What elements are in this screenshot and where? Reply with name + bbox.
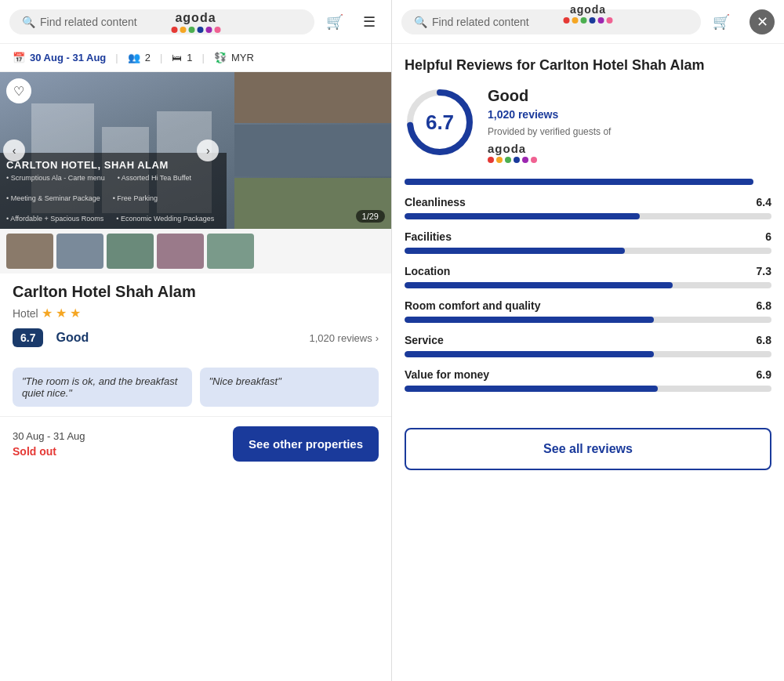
- score-number: 6.7: [426, 110, 454, 135]
- bar-fill-1: [405, 248, 625, 254]
- bar-fill-4: [405, 351, 654, 357]
- star-2: ★: [56, 306, 67, 321]
- close-button[interactable]: ✕: [750, 9, 775, 34]
- rating-item-3: Room comfort and quality 6.8: [405, 299, 771, 323]
- bar-fill-0: [405, 213, 640, 219]
- left-search-text: Find related content: [40, 16, 137, 28]
- hotel-image-area: CARLTON HOTEL, SHAH ALAM • Scrumptious A…: [0, 72, 391, 229]
- hotel-info: Carlton Hotel Shah Alam Hotel ★ ★ ★ 6.7 …: [0, 273, 391, 368]
- review-text-1: "The room is ok, and the breakfast quiet…: [22, 375, 177, 399]
- hotel-image-grid: [234, 72, 391, 229]
- review-card-1: "The room is ok, and the breakfast quiet…: [13, 368, 192, 407]
- bar-track-0: [405, 213, 771, 219]
- date-range-text: 30 Aug - 31 Aug: [30, 52, 106, 63]
- hotel-name: Carlton Hotel Shah Alam: [13, 283, 379, 301]
- agoda-verified-dots: [488, 157, 771, 163]
- score-block: 6.7 Good 1,020 reviews Provided by verif…: [405, 87, 771, 163]
- date-range-item[interactable]: 📅 30 Aug - 31 Aug: [13, 52, 106, 63]
- bar-fill-3: [405, 317, 654, 323]
- score-circle: 6.7: [405, 87, 475, 158]
- see-other-properties-button[interactable]: See other properties: [233, 426, 379, 462]
- bar-track-1: [405, 248, 771, 254]
- bar-fill-2: [405, 282, 673, 288]
- image-nav-left[interactable]: ‹: [3, 139, 25, 161]
- separator-3: |: [202, 52, 205, 63]
- rating-label: Good: [56, 331, 89, 345]
- thumb-small-1[interactable]: [6, 234, 53, 269]
- score-info: Good 1,020 reviews Provided by verified …: [488, 87, 771, 163]
- reviews-section: Helpful Reviews for Carlton Hotel Shah A…: [392, 44, 784, 415]
- right-header-icons: 🛒 ✕: [709, 9, 775, 34]
- rating-badge: 6.7: [13, 328, 43, 347]
- hotel-thumb-1: [234, 72, 391, 123]
- agoda-verified-logo: agoda: [488, 142, 771, 163]
- hotel-features: • Scrumptious Ala - Carte menu • Assorte…: [6, 174, 220, 223]
- date-filter-bar: 📅 30 Aug - 31 Aug | 👥 2 | 🛏 1 | 💱 MYR: [0, 44, 391, 72]
- rating-label-4: Service: [405, 334, 444, 346]
- bar-track-3: [405, 317, 771, 323]
- right-search-bar[interactable]: 🔍 Find related content: [401, 9, 701, 34]
- right-reviews-count[interactable]: 1,020 reviews: [488, 108, 771, 121]
- bottom-date-sold: 30 Aug - 31 Aug Sold out: [13, 430, 85, 458]
- right-agoda-dots: [564, 17, 613, 24]
- rating-item-5: Value for money 6.9: [405, 368, 771, 392]
- bar-track-5: [405, 386, 771, 392]
- thumb-small-4[interactable]: [157, 234, 204, 269]
- review-cards: "The room is ok, and the breakfast quiet…: [0, 368, 391, 416]
- hotel-type-label: Hotel: [13, 307, 38, 320]
- bar-track-4: [405, 351, 771, 357]
- rooms-count: 1: [187, 52, 192, 63]
- overall-bar: [405, 179, 753, 185]
- rating-score-4: 6.8: [757, 334, 771, 346]
- rooms-icon: 🛏: [172, 52, 182, 63]
- right-header: 🔍 Find related content agoda 🛒 ✕: [392, 0, 784, 44]
- rating-score-5: 6.9: [757, 368, 771, 381]
- calendar-icon: 📅: [13, 52, 25, 63]
- hotel-main-overlay: CARLTON HOTEL, SHAH ALAM • Scrumptious A…: [0, 153, 227, 229]
- see-all-reviews-button[interactable]: See all reviews: [405, 428, 771, 470]
- reviews-title: Helpful Reviews for Carlton Hotel Shah A…: [405, 56, 771, 74]
- left-search-bar[interactable]: 🔍 Find related content: [9, 9, 314, 34]
- bar-track-2: [405, 282, 771, 288]
- image-nav-right[interactable]: ›: [197, 139, 219, 161]
- sold-out-label: Sold out: [13, 445, 85, 458]
- rating-label-1: Facilities: [405, 230, 452, 243]
- rating-score-0: 6.4: [757, 196, 771, 208]
- rating-bars: Cleanliness 6.4 Facilities 6 Location 7.…: [405, 179, 771, 392]
- rating-item-0: Cleanliness 6.4: [405, 196, 771, 219]
- guests-item[interactable]: 👥 2: [128, 52, 151, 63]
- currency-item[interactable]: 💱 MYR: [214, 52, 254, 63]
- reviews-link[interactable]: 1,020 reviews ›: [309, 332, 379, 344]
- separator-2: |: [160, 52, 162, 63]
- rooms-item[interactable]: 🛏 1: [172, 52, 192, 63]
- left-panel: 🔍 Find related content agoda 🛒 ☰ 📅 30 Au…: [0, 0, 392, 681]
- verified-text: Provided by verified guests of: [488, 125, 771, 139]
- thumb-small-3[interactable]: [107, 234, 154, 269]
- thumb-small-5[interactable]: [207, 234, 254, 269]
- left-menu-icon[interactable]: ☰: [357, 9, 382, 34]
- left-agoda-logo: agoda: [171, 11, 220, 25]
- rating-score-3: 6.8: [757, 299, 771, 312]
- favorite-button[interactable]: ♡: [6, 78, 31, 103]
- hotel-overlay-title: CARLTON HOTEL, SHAH ALAM: [6, 159, 220, 171]
- left-cart-icon[interactable]: 🛒: [322, 9, 347, 34]
- right-panel: 🔍 Find related content agoda 🛒 ✕ Helpful…: [392, 0, 784, 681]
- rating-label-0: Cleanliness: [405, 196, 466, 208]
- left-header: 🔍 Find related content agoda 🛒 ☰: [0, 0, 391, 44]
- rating-item-2: Location 7.3: [405, 265, 771, 288]
- review-card-2: "Nice breakfast": [200, 368, 379, 407]
- left-header-icons: 🛒 ☰: [322, 9, 382, 34]
- star-3: ★: [70, 306, 81, 321]
- rating-item-4: Service 6.8: [405, 334, 771, 357]
- rating-label-5: Value for money: [405, 368, 489, 381]
- currency-icon: 💱: [214, 52, 227, 63]
- bottom-section: 30 Aug - 31 Aug Sold out See other prope…: [0, 416, 391, 471]
- thumb-small-2[interactable]: [56, 234, 103, 269]
- guests-count: 2: [145, 52, 151, 63]
- bottom-dates: 30 Aug - 31 Aug: [13, 430, 85, 442]
- right-cart-icon[interactable]: 🛒: [709, 9, 734, 34]
- thumbnail-row: [0, 229, 391, 273]
- rating-label-3: Room comfort and quality: [405, 299, 540, 312]
- rating-label-2: Location: [405, 265, 450, 277]
- rating-row: 6.7 Good 1,020 reviews ›: [13, 328, 379, 347]
